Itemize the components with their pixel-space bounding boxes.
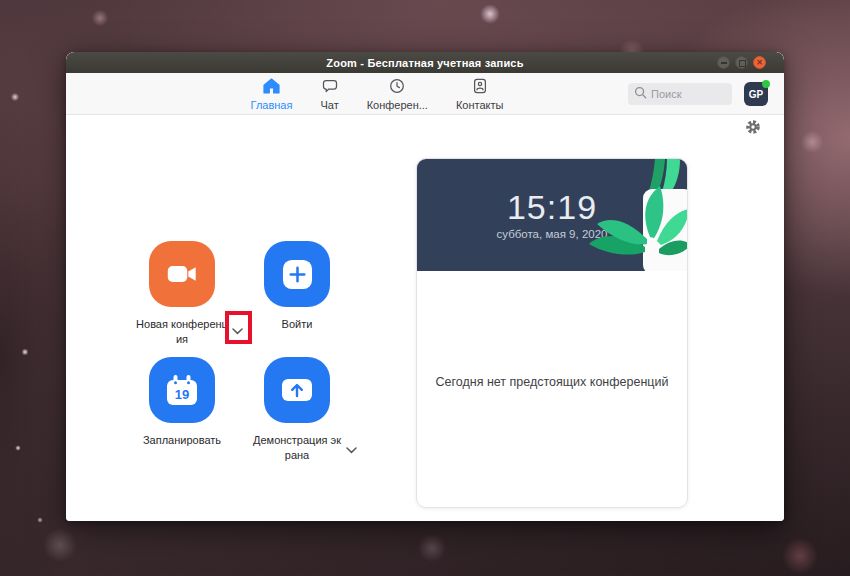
app-header: Главная Чат Конферен... <box>66 73 784 115</box>
calendar-day: 19 <box>175 387 189 402</box>
tab-home[interactable]: Главная <box>249 76 295 111</box>
desktop-background: Zoom - Бесплатная учетная запись Главная <box>0 0 850 576</box>
no-meetings-message: Сегодня нет предстоящих конференций <box>417 375 687 389</box>
schedule-button[interactable]: 19 <box>149 357 215 423</box>
new-meeting-button[interactable] <box>149 241 215 307</box>
time-card: 15:19 суббота, мая 9, 2020 <box>417 159 687 271</box>
action-label: Запланировать <box>122 433 242 448</box>
red-highlight-annotation <box>225 311 252 344</box>
contacts-icon <box>472 78 488 98</box>
action-label: Войти <box>237 317 357 332</box>
maximize-icon[interactable] <box>735 56 748 69</box>
tab-label: Конферен... <box>367 99 428 111</box>
action-label: Демонстрация эк рана <box>237 433 357 462</box>
online-status-dot <box>762 80 770 88</box>
avatar-initials: GP <box>749 89 763 100</box>
tab-contacts[interactable]: Контакты <box>454 76 506 111</box>
settings-button[interactable] <box>745 119 761 135</box>
join-button[interactable] <box>264 241 330 307</box>
meetings-panel: 15:19 суббота, мая 9, 2020 Сегодня н <box>416 158 688 508</box>
window-title: Zoom - Бесплатная учетная запись <box>326 57 523 69</box>
window-titlebar[interactable]: Zoom - Бесплатная учетная запись <box>66 52 784 73</box>
main-content: Новая конференц ия Войти <box>66 115 784 521</box>
chat-bubble-icon <box>322 78 338 98</box>
minimize-icon[interactable] <box>717 56 730 69</box>
plus-icon <box>282 259 313 290</box>
tab-label: Главная <box>251 99 293 111</box>
calendar-icon: 19 <box>166 374 198 406</box>
search-box <box>628 83 732 105</box>
tab-label: Чат <box>320 99 338 111</box>
clock-icon <box>389 78 405 98</box>
share-screen-button[interactable] <box>264 357 330 423</box>
home-icon <box>263 78 280 98</box>
zoom-window: Zoom - Бесплатная учетная запись Главная <box>66 52 784 521</box>
tab-meetings[interactable]: Конферен... <box>365 76 430 111</box>
screen-share-icon <box>281 378 313 402</box>
search-icon <box>634 85 647 103</box>
share-screen-dropdown-button[interactable] <box>346 440 357 458</box>
action-label: Новая конференц ия <box>122 317 242 346</box>
nav-tabs: Главная Чат Конферен... <box>249 76 506 111</box>
chevron-down-icon <box>346 447 357 454</box>
action-new-meeting: Новая конференц ия <box>122 241 242 346</box>
action-join: Войти <box>237 241 357 332</box>
window-controls <box>717 56 766 69</box>
search-input[interactable] <box>651 88 727 100</box>
avatar[interactable]: GP <box>744 82 768 106</box>
plant-illustration <box>567 159 687 271</box>
tab-chat[interactable]: Чат <box>318 76 340 111</box>
video-camera-icon <box>167 264 197 284</box>
tab-label: Контакты <box>456 99 504 111</box>
meetings-list: Сегодня нет предстоящих конференций <box>417 271 687 389</box>
action-share-screen: Демонстрация эк рана <box>237 357 357 462</box>
close-icon[interactable] <box>753 56 766 69</box>
action-schedule: 19 Запланировать <box>122 357 242 448</box>
gear-icon <box>745 119 761 135</box>
